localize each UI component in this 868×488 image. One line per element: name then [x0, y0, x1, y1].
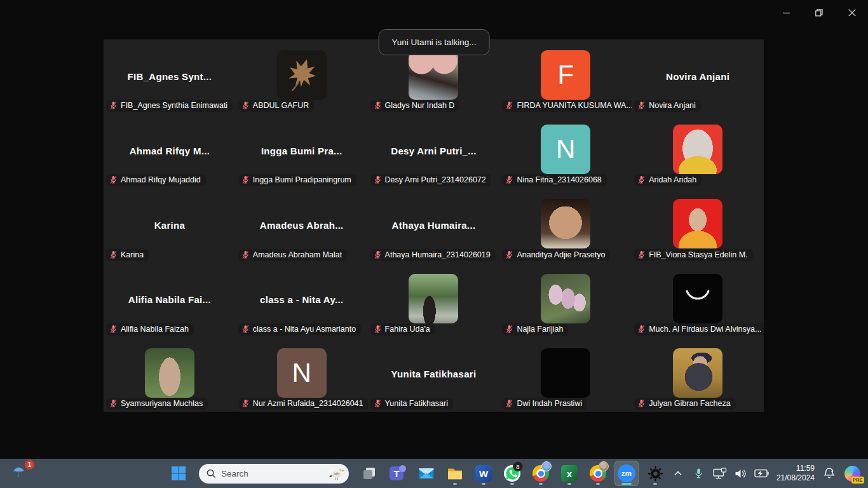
running-indicator [653, 483, 657, 485]
teams-person-dot [399, 465, 406, 472]
participant-tile[interactable]: Ananditya Adjie Prasetyo [499, 188, 632, 262]
muted-mic-icon [637, 250, 646, 259]
participant-tile[interactable]: FIB_Agnes Synt... FIB_Agnes Synthia Enim… [104, 39, 236, 114]
tray-volume-icon[interactable] [733, 464, 749, 483]
participant-name-label: class a - Nita Ayu Asmarianto [238, 323, 361, 336]
participant-tile[interactable]: N Nina Fitria_2314026068 [499, 114, 632, 188]
participant-name-label: FIB_Viona Stasya Edelin M. [634, 249, 752, 261]
participant-tile[interactable]: class a - Nita Ay... class a - Nita Ayu … [236, 263, 368, 337]
search-icon [207, 469, 216, 478]
participant-name-text: Amadeus Abraham Malat [253, 250, 342, 259]
participant-name-label: Much. Al Firdaus Dwi Alvinsya... [634, 323, 764, 336]
chrome-icon[interactable] [529, 461, 553, 486]
participant-display-name: FIB_Agnes Synt... [104, 71, 236, 81]
participant-name-label: Syamsuriyana Muchlas [106, 398, 208, 410]
participant-name-label: Athaya Humaira_2314026019 [370, 249, 496, 261]
muted-mic-icon [241, 101, 250, 110]
participant-display-name: Karina [104, 220, 236, 231]
participant-tile[interactable]: Ahmad Rifqy M... Ahmad Rifqy Mujaddid [104, 114, 236, 188]
close-button[interactable] [843, 4, 862, 22]
active-running-indicator [621, 483, 632, 485]
participant-avatar [409, 274, 458, 323]
participant-tile[interactable]: Much. Al Firdaus Dwi Alvinsya... [632, 263, 764, 337]
participant-tile[interactable]: Desy Arni Putri_... Desy Arni Putri_2314… [368, 114, 500, 188]
tray-notification-bell-icon[interactable]: z [822, 464, 837, 483]
muted-mic-icon [505, 175, 513, 184]
restore-button[interactable] [810, 4, 829, 22]
participant-display-name: Amadeus Abrah... [236, 220, 368, 231]
participant-tile[interactable]: ABDUL GAFUR [236, 39, 368, 114]
active-speaker-tooltip: Yuni Utami is talking... [379, 29, 490, 55]
file-explorer-icon[interactable] [443, 461, 467, 486]
participant-tile[interactable]: Dwi Indah Prastiwi [499, 337, 632, 412]
running-indicator [539, 483, 543, 485]
tray-clock[interactable]: 11:59 21/08/2024 [775, 464, 816, 483]
copilot-icon[interactable]: PRE [843, 463, 862, 484]
muted-mic-icon [109, 399, 118, 408]
start-button[interactable] [166, 461, 191, 486]
task-view-icon [362, 466, 377, 481]
running-indicator [567, 483, 571, 485]
participant-avatar [541, 348, 590, 398]
participant-tile[interactable]: Ingga Bumi Pra... Ingga Bumi Pradipaning… [236, 114, 368, 188]
settings-icon[interactable] [643, 461, 667, 486]
participant-name-text: Dwi Indah Prastiwi [517, 399, 582, 408]
participant-tile[interactable]: Karina Karina [104, 188, 236, 262]
minimize-button[interactable] [776, 4, 796, 22]
participant-avatar [145, 348, 194, 398]
whatsapp-icon[interactable]: 8 [500, 461, 524, 486]
participant-name-text: Much. Al Firdaus Dwi Alvinsya... [649, 325, 761, 334]
participant-name-text: Nur Azmi Rufaida_2314026041 [253, 399, 363, 408]
participant-tile[interactable]: N Nur Azmi Rufaida_2314026041 [236, 337, 368, 412]
participant-name-text: Novira Anjani [649, 101, 696, 110]
task-view-button[interactable] [357, 461, 381, 486]
participant-avatar [673, 199, 722, 248]
teams-icon[interactable]: T [386, 461, 410, 486]
excel-icon[interactable]: x [557, 461, 581, 486]
participant-name-label: Amadeus Abraham Malat [238, 249, 347, 261]
participant-tile[interactable]: Aridah Aridah [632, 114, 764, 188]
participant-display-name: Yunita Fatikhasari [368, 369, 500, 379]
tray-chevron-up-icon[interactable] [670, 464, 686, 483]
tray-display-cast-icon[interactable] [712, 464, 728, 483]
participant-tile[interactable]: Yunita Fatikhasari Yunita Fatikhasari [368, 337, 500, 412]
participant-tile[interactable]: Athaya Humaira... Athaya Humaira_2314026… [368, 188, 500, 262]
participant-tile[interactable]: Julyan Gibran Facheza [632, 337, 764, 412]
participant-tile[interactable]: Syamsuriyana Muchlas [104, 337, 236, 412]
participant-tile[interactable]: FIB_Viona Stasya Edelin M. [632, 188, 764, 262]
muted-mic-icon [241, 325, 250, 334]
participant-display-name: Ingga Bumi Pra... [236, 145, 368, 156]
participant-tile[interactable]: Amadeus Abrah... Amadeus Abraham Malat [236, 188, 368, 262]
chrome-profile-icon[interactable] [586, 461, 610, 486]
weather-widget[interactable]: ☂ 1 [11, 463, 33, 484]
muted-mic-icon [241, 250, 250, 259]
participant-tile[interactable]: Najla Farijiah [499, 263, 632, 337]
tray-mic-icon[interactable] [691, 464, 707, 483]
excel-letter: x [561, 465, 578, 482]
participant-name-label: Karina [106, 249, 149, 261]
muted-mic-icon [374, 101, 382, 110]
participant-tile[interactable]: Fahira Uda'a [368, 263, 500, 337]
muted-mic-icon [637, 325, 646, 334]
participant-name-label: Ananditya Adjie Prasetyo [502, 249, 610, 261]
participant-tile[interactable]: F FIRDA YUANITA KUSUMA WA... [499, 39, 632, 114]
participant-name-text: Alifia Nabila Faizah [121, 325, 189, 334]
search-input[interactable]: Search [199, 464, 349, 484]
participant-avatar [277, 50, 327, 100]
zoom-app-icon[interactable]: zm [614, 461, 639, 486]
minimize-icon [783, 10, 790, 17]
tray-battery-icon[interactable] [754, 464, 770, 483]
umbrella-weather-icon: ☂ [13, 465, 25, 478]
muted-mic-icon [109, 325, 118, 334]
participant-name-text: Syamsuriyana Muchlas [121, 399, 203, 408]
mail-icon[interactable] [414, 461, 438, 486]
participant-tile[interactable]: Alifia Nabila Fai... Alifia Nabila Faiza… [104, 263, 236, 337]
participant-avatar [673, 125, 722, 174]
word-icon[interactable]: W [471, 461, 496, 486]
muted-mic-icon [374, 399, 382, 408]
participant-name-label: Dwi Indah Prastiwi [502, 398, 587, 410]
participant-tile[interactable]: Novira Anjani Novira Anjani [632, 39, 764, 114]
participant-name-label: Julyan Gibran Facheza [634, 398, 736, 410]
zoom-logo-icon: zm [618, 464, 635, 482]
participant-avatar [673, 274, 722, 323]
